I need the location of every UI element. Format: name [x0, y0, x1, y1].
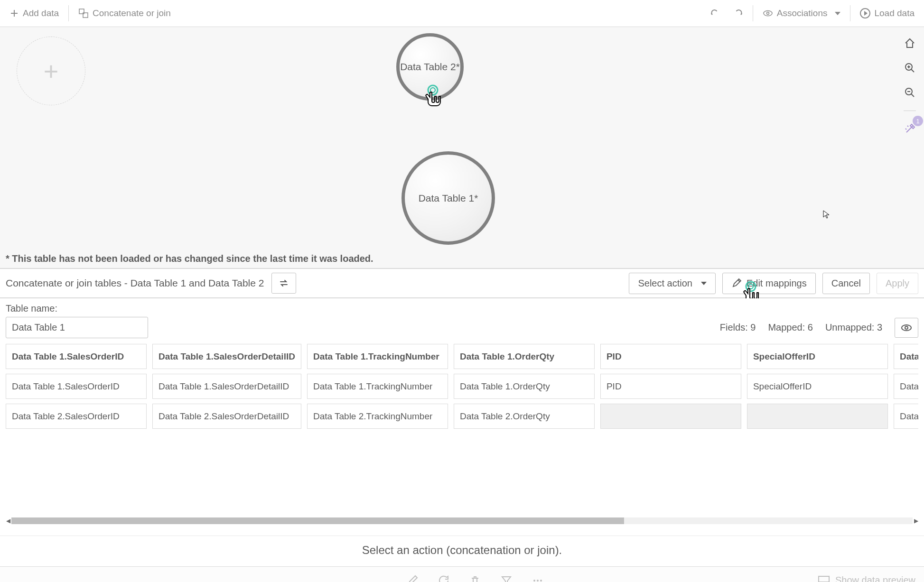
fields-count: 9 — [750, 322, 756, 333]
column-header[interactable]: Data Ta — [894, 344, 918, 369]
fields-label: Fields: — [720, 322, 748, 333]
mapping-column: Data Table 1.SalesOrderIDData Table 1.Sa… — [6, 344, 147, 429]
horizontal-scrollbar[interactable]: ◀ ▶ — [5, 517, 919, 525]
table-bubble-2-label: Data Table 2* — [400, 61, 460, 73]
cursor-arrow — [822, 210, 830, 222]
chevron-down-icon — [701, 282, 707, 285]
mapping-cell[interactable]: Data Table 1.SalesOrderID — [6, 374, 147, 399]
toolbar-separator — [753, 5, 753, 21]
svg-rect-15 — [819, 576, 829, 582]
add-table-placeholder[interactable]: + — [17, 37, 85, 105]
associations-dropdown[interactable]: Associations — [758, 4, 846, 22]
scroll-right-arrow[interactable]: ▶ — [913, 517, 919, 524]
toolbar-separator — [68, 5, 69, 21]
add-data-button[interactable]: Add data — [5, 4, 64, 22]
bottom-bar: Show data preview — [0, 566, 924, 582]
mapping-cell[interactable]: Data Table 1.OrderQty — [454, 374, 595, 399]
mapping-cell[interactable]: Data Table 1.TrackingNumber — [307, 374, 448, 399]
zoom-out-button[interactable] — [902, 85, 917, 100]
mapping-cell[interactable]: SpecialOfferID — [747, 374, 888, 399]
mapping-cell[interactable] — [747, 404, 888, 429]
play-icon — [860, 8, 870, 18]
mapping-cell[interactable]: Data Table 2.SalesOrderDetailID — [152, 404, 301, 429]
mapping-column: Data Table 1.OrderQtyData Table 1.OrderQ… — [454, 344, 595, 429]
apply-label: Apply — [886, 278, 909, 289]
table-bubble-1[interactable]: Data Table 1* — [401, 151, 495, 245]
data-model-canvas[interactable]: + Data Table 2* Data Table 1* 1 * This t… — [0, 27, 924, 268]
table-name-label: Table name: — [6, 303, 918, 314]
select-action-dropdown[interactable]: Select action — [629, 273, 716, 294]
unmapped-label: Unmapped: — [825, 322, 874, 333]
svg-point-2 — [764, 11, 772, 16]
column-header[interactable]: PID — [600, 344, 741, 369]
mapping-cell[interactable]: Data Table 1.SalesOrderDetailID — [152, 374, 301, 399]
concat-icon — [78, 8, 89, 18]
top-toolbar: Add data Concatenate or join Association — [0, 0, 924, 27]
zoom-in-button[interactable] — [902, 60, 917, 75]
mapping-column: SpecialOfferIDSpecialOfferID — [747, 344, 888, 429]
chevron-down-icon — [835, 12, 840, 15]
column-header[interactable]: Data Table 1.OrderQty — [454, 344, 595, 369]
mapping-cell[interactable]: Data Table 2.TrackingNumber — [307, 404, 448, 429]
show-preview-label: Show data preview — [835, 575, 915, 582]
mapped-count: 6 — [808, 322, 813, 333]
undo-icon — [710, 8, 720, 18]
canvas-footnote: * This table has not been loaded or has … — [6, 253, 373, 264]
concat-join-button[interactable]: Concatenate or join — [74, 4, 176, 22]
load-data-label: Load data — [874, 8, 915, 18]
undo-button[interactable] — [705, 4, 725, 22]
unmapped-count: 3 — [877, 322, 882, 333]
mapping-cell[interactable]: Data Ta — [894, 374, 918, 399]
cancel-button[interactable]: Cancel — [822, 273, 870, 294]
redo-icon — [733, 8, 743, 18]
mapping-cell[interactable]: Data Table 2.SalesOrderID — [6, 404, 147, 429]
panel-actions: Select action Edit mappings Cancel Apply — [629, 273, 918, 294]
panel-title: Concatenate or join tables - Data Table … — [6, 277, 264, 289]
add-data-label: Add data — [23, 8, 59, 18]
mapping-cell[interactable]: Data Ta — [894, 404, 918, 429]
delete-icon[interactable] — [469, 574, 481, 582]
recommendations-button[interactable]: 1 — [902, 121, 917, 137]
mapping-cell[interactable] — [600, 404, 741, 429]
svg-point-10 — [902, 325, 911, 331]
show-preview-toggle[interactable]: Show data preview — [818, 575, 915, 582]
column-header[interactable]: Data Table 1.SalesOrderID — [6, 344, 147, 369]
concat-join-label: Concatenate or join — [93, 8, 171, 18]
recommendations-badge: 1 — [913, 116, 923, 126]
panel-header: Concatenate or join tables - Data Table … — [0, 268, 924, 298]
eye-icon — [763, 8, 773, 18]
home-button[interactable] — [902, 36, 917, 51]
apply-button[interactable]: Apply — [877, 273, 918, 294]
table-name-input[interactable] — [6, 317, 148, 338]
bottom-actions — [406, 574, 544, 582]
table-bubble-2[interactable]: Data Table 2* — [396, 33, 464, 101]
load-data-button[interactable]: Load data — [855, 4, 919, 22]
svg-point-11 — [905, 326, 908, 329]
edit-icon[interactable] — [406, 574, 419, 582]
filter-icon[interactable] — [500, 574, 513, 582]
plus-icon — [9, 9, 19, 18]
scroll-left-arrow[interactable]: ◀ — [5, 517, 11, 524]
mapping-column: PIDPID — [600, 344, 741, 429]
swap-tables-button[interactable] — [271, 273, 296, 294]
scroll-track[interactable] — [11, 517, 913, 524]
svg-point-14 — [540, 580, 542, 582]
mapping-cell[interactable]: Data Table 2.OrderQty — [454, 404, 595, 429]
edit-mappings-button[interactable]: Edit mappings — [722, 273, 816, 294]
redo-button[interactable] — [728, 4, 748, 22]
field-counts: Fields: 9 Mapped: 6 Unmapped: 3 — [720, 318, 918, 338]
top-left-group: Add data Concatenate or join — [5, 4, 176, 22]
tool-divider — [904, 111, 916, 111]
column-header[interactable]: Data Table 1.SalesOrderDetailID — [152, 344, 301, 369]
svg-point-12 — [533, 580, 535, 582]
toggle-visibility-button[interactable] — [895, 318, 918, 338]
scroll-thumb[interactable] — [11, 517, 624, 524]
mapping-cell[interactable]: PID — [600, 374, 741, 399]
more-icon[interactable] — [532, 574, 544, 582]
column-header[interactable]: SpecialOfferID — [747, 344, 888, 369]
column-header[interactable]: Data Table 1.TrackingNumber — [307, 344, 448, 369]
refresh-icon[interactable] — [438, 574, 450, 582]
instruction-text: Select an action (concatenation or join)… — [0, 536, 924, 566]
table-bubble-1-label: Data Table 1* — [419, 193, 478, 204]
mapping-column: Data Table 1.TrackingNumberData Table 1.… — [307, 344, 448, 429]
